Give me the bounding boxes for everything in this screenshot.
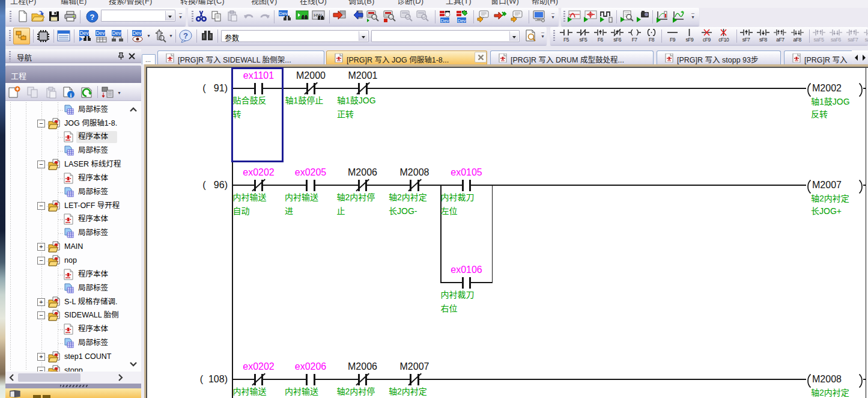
svg-text:Dev: Dev <box>440 18 449 23</box>
svg-text:Dev: Dev <box>79 30 89 36</box>
svg-text:?: ? <box>90 13 95 22</box>
svg-text:Dev: Dev <box>132 30 142 36</box>
svg-text:Dev: Dev <box>112 30 121 36</box>
svg-text:Dev: Dev <box>457 18 466 23</box>
svg-text:Dev: Dev <box>279 11 287 16</box>
svg-text:Dev: Dev <box>96 30 105 36</box>
svg-text:?: ? <box>183 31 188 40</box>
svg-text:i: i <box>70 92 72 99</box>
